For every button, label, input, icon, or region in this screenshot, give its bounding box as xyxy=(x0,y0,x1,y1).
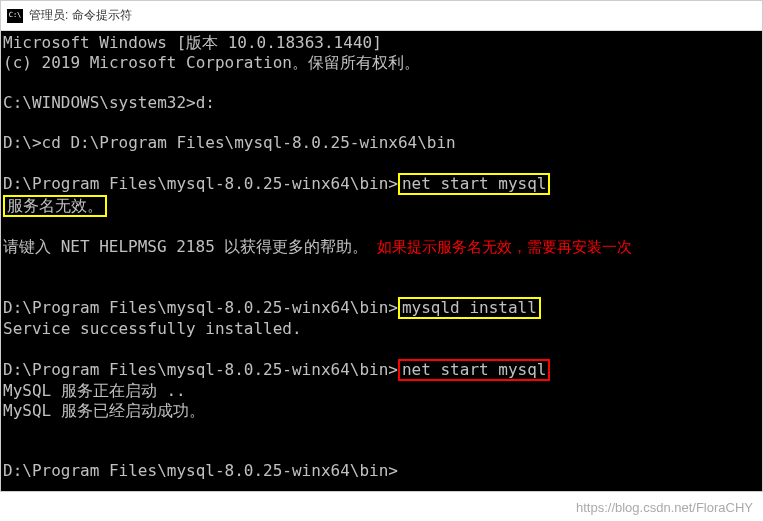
mysql-started: MySQL 服务已经启动成功。 xyxy=(3,401,205,420)
header-line-1: Microsoft Windows [版本 10.0.18363.1440] xyxy=(3,33,382,52)
terminal-output[interactable]: Microsoft Windows [版本 10.0.18363.1440] (… xyxy=(1,31,762,491)
prompt-line-1: C:\WINDOWS\system32>d: xyxy=(3,93,215,112)
annotation-text: 如果提示服务名无效，需要再安装一次 xyxy=(368,238,631,255)
highlight-net-start-1: net start mysql xyxy=(398,173,551,195)
prompt-prefix-6: D:\Program Files\mysql-8.0.25-winx64\bin… xyxy=(3,298,398,317)
prompt-line-2: D:\>cd D:\Program Files\mysql-8.0.25-win… xyxy=(3,133,456,152)
watermark: https://blog.csdn.net/FloraCHY xyxy=(576,500,753,515)
mysql-starting: MySQL 服务正在启动 .. xyxy=(3,381,186,400)
help-line: 请键入 NET HELPMSG 2185 以获得更多的帮助。 xyxy=(3,237,368,256)
prompt-line-final: D:\Program Files\mysql-8.0.25-winx64\bin… xyxy=(3,461,398,480)
window-title: 管理员: 命令提示符 xyxy=(29,7,132,24)
prompt-prefix-3: D:\Program Files\mysql-8.0.25-winx64\bin… xyxy=(3,174,398,193)
highlight-mysqld-install: mysqld install xyxy=(398,297,541,319)
titlebar[interactable]: 管理员: 命令提示符 xyxy=(1,1,762,31)
install-success: Service successfully installed. xyxy=(3,319,302,338)
highlight-net-start-2: net start mysql xyxy=(398,359,551,381)
cmd-icon xyxy=(7,9,23,23)
header-line-2: (c) 2019 Microsoft Corporation。保留所有权利。 xyxy=(3,53,420,72)
prompt-prefix-8: D:\Program Files\mysql-8.0.25-winx64\bin… xyxy=(3,360,398,379)
command-prompt-window: 管理员: 命令提示符 Microsoft Windows [版本 10.0.18… xyxy=(0,0,763,492)
highlight-service-error: 服务名无效。 xyxy=(3,195,107,217)
